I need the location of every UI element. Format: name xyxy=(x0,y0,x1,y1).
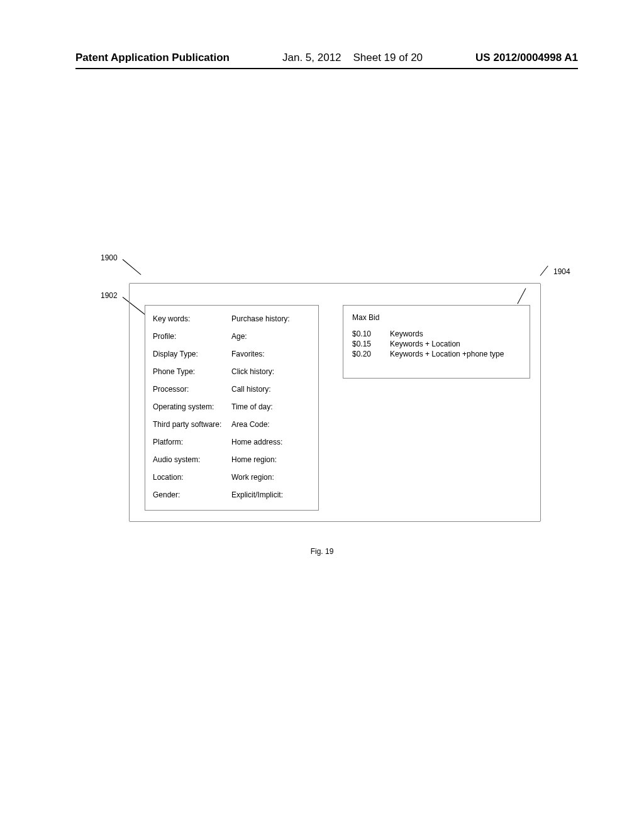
bid-amount: $0.20 xyxy=(352,350,390,358)
field-label: Click history: xyxy=(231,367,311,376)
callout-1900: 1900 xyxy=(101,253,118,262)
field-label: Home address: xyxy=(231,438,311,446)
field-label: Profile: xyxy=(153,332,231,341)
field-label: Area Code: xyxy=(231,420,311,429)
field-label: Explicit/Implicit: xyxy=(231,490,311,499)
field-label: Third party software: xyxy=(153,420,231,429)
field-label: Gender: xyxy=(153,490,231,499)
header-center: Jan. 5, 2012 Sheet 19 of 20 xyxy=(282,52,423,64)
field-label: Processor: xyxy=(153,385,231,394)
field-label: Display Type: xyxy=(153,350,231,358)
callout-line-1904a xyxy=(540,265,548,275)
field-label: Time of day: xyxy=(231,402,311,411)
field-grid: Key words: Purchase history: Profile: Ag… xyxy=(153,314,311,499)
field-label: Favorites: xyxy=(231,350,311,358)
figure-caption: Fig. 19 xyxy=(0,547,644,556)
figure-area: Key words: Purchase history: Profile: Ag… xyxy=(129,270,541,522)
field-label: Key words: xyxy=(153,314,231,323)
right-panel-1904: Max Bid $0.10 Keywords $0.15 Keywords + … xyxy=(343,305,530,379)
document-number: US 2012/0004998 A1 xyxy=(475,52,578,64)
bid-amount: $0.15 xyxy=(352,340,390,348)
callout-1902: 1902 xyxy=(101,291,118,300)
bid-amount: $0.10 xyxy=(352,329,390,338)
bid-desc: Keywords + Location +phone type xyxy=(390,350,523,358)
field-label: Age: xyxy=(231,332,311,341)
field-label: Call history: xyxy=(231,385,311,394)
field-label: Operating system: xyxy=(153,402,231,411)
field-label: Work region: xyxy=(231,473,311,482)
sheet-number: Sheet 19 of 20 xyxy=(353,52,423,64)
callout-1904: 1904 xyxy=(553,267,570,276)
field-label: Phone Type: xyxy=(153,367,231,376)
header-rule xyxy=(75,68,578,69)
bid-desc: Keywords xyxy=(390,329,523,338)
publication-date: Jan. 5, 2012 xyxy=(282,52,341,64)
field-label: Location: xyxy=(153,473,231,482)
field-label: Purchase history: xyxy=(231,314,311,323)
field-label: Home region: xyxy=(231,455,311,464)
field-label: Audio system: xyxy=(153,455,231,464)
field-label: Platform: xyxy=(153,438,231,446)
left-panel-1902: Key words: Purchase history: Profile: Ag… xyxy=(145,305,319,511)
bid-rows: $0.10 Keywords $0.15 Keywords + Location… xyxy=(352,329,523,358)
publication-label: Patent Application Publication xyxy=(75,52,230,64)
max-bid-title: Max Bid xyxy=(352,313,379,322)
bid-desc: Keywords + Location xyxy=(390,340,523,348)
